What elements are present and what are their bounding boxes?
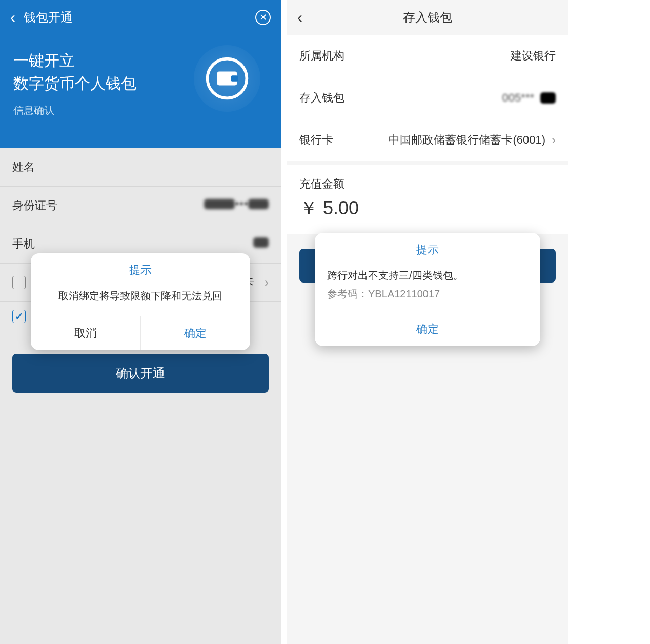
row-org: 所属机构 建设银行 [287,35,568,77]
row-value: 建设银行 [511,48,556,64]
amount-section: 充值金额 ￥ 5.00 [287,165,568,234]
modal-title: 提示 [315,233,540,264]
chevron-right-icon: › [552,133,556,147]
modal-body: 跨行对出不支持三/四类钱包。 参考码：YBLA12110017 [315,264,540,312]
info-section: 所属机构 建设银行 存入钱包 005*** 银行卡 中国邮政储蓄银行储蓄卡(60… [287,35,568,161]
alert-modal: 提示 取消绑定将导致限额下降和无法兑回 取消 确定 [31,253,250,350]
confirm-button[interactable]: 确定 [141,316,250,350]
row-label: 所属机构 [299,48,344,64]
modal-actions: 确定 [315,312,540,346]
amount-value[interactable]: ￥ 5.00 [287,193,568,234]
screen-deposit: ‹ 存入钱包 所属机构 建设银行 存入钱包 005*** 银行卡 中国邮政储蓄银… [287,0,568,644]
row-value: 中国邮政储蓄银行储蓄卡(6001) › [389,132,556,148]
modal-message: 跨行对出不支持三/四类钱包。 [327,268,528,283]
confirm-button[interactable]: 确定 [315,312,540,346]
modal-actions: 取消 确定 [31,316,250,350]
back-icon[interactable]: ‹ [297,9,302,26]
page-title: 存入钱包 [287,9,568,26]
header-bar: ‹ 存入钱包 [287,0,568,35]
row-value: 005*** [502,91,556,105]
modal-body: 取消绑定将导致限额下降和无法兑回 [31,284,250,316]
screen-wallet-open: ‹ 钱包开通 ✕ 一键开立 数字货币个人钱包 信息确认 姓名 身份证号 *** … [0,0,281,644]
ref-code-line: 参考码：YBLA12110017 [327,286,528,301]
alert-modal: 提示 跨行对出不支持三/四类钱包。 参考码：YBLA12110017 确定 [315,233,540,346]
amount-label: 充值金额 [287,165,568,193]
modal-title: 提示 [31,253,250,284]
row-label: 存入钱包 [299,90,344,106]
row-wallet[interactable]: 存入钱包 005*** [287,77,568,119]
row-bank-card[interactable]: 银行卡 中国邮政储蓄银行储蓄卡(6001) › [287,119,568,161]
cancel-button[interactable]: 取消 [31,316,140,350]
modal-overlay: 提示 取消绑定将导致限额下降和无法兑回 取消 确定 [0,0,281,644]
row-label: 银行卡 [299,132,333,148]
